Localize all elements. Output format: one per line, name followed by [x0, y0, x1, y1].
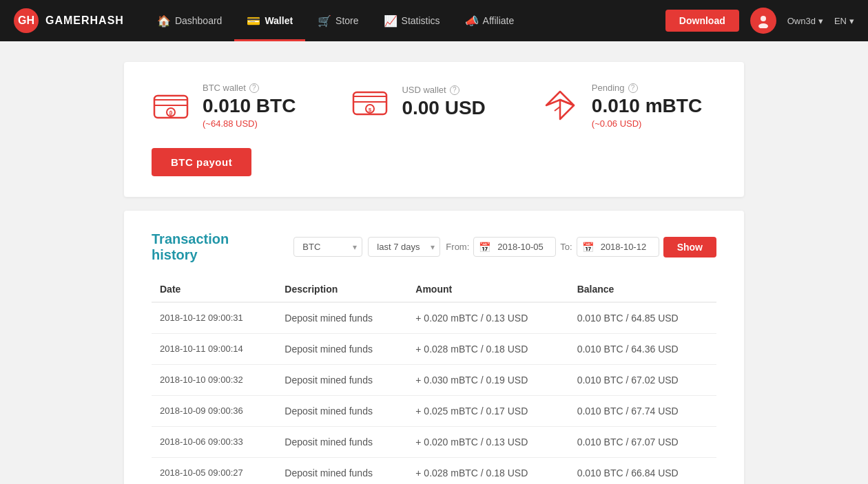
btc-wallet-stat: ₿ BTC wallet ? 0.010 BTC (~64.88 USD)	[152, 83, 296, 129]
nav-item-statistics[interactable]: 📈 Statistics	[371, 0, 453, 41]
svg-point-2	[761, 16, 766, 21]
col-date: Date	[152, 277, 276, 302]
nav-item-wallet[interactable]: 💳 Wallet	[234, 0, 305, 41]
nav-item-store[interactable]: 🛒 Store	[305, 0, 371, 41]
table-row: 2018-10-10 09:00:32 Deposit mined funds …	[152, 364, 716, 395]
transaction-table: Date Description Amount Balance 2018-10-…	[152, 277, 716, 484]
col-balance: Balance	[569, 277, 716, 302]
affiliate-icon: 📣	[465, 14, 479, 28]
currency-select[interactable]: BTC	[293, 237, 362, 257]
btc-wallet-usd: (~64.88 USD)	[203, 118, 296, 129]
col-description: Description	[276, 277, 407, 302]
to-label: To:	[560, 242, 572, 252]
cell-description: Deposit mined funds	[276, 333, 407, 364]
cell-description: Deposit mined funds	[276, 395, 407, 426]
to-date-wrap: 📅	[577, 237, 659, 257]
from-label: From:	[446, 242, 469, 252]
table-body: 2018-10-12 09:00:31 Deposit mined funds …	[152, 302, 716, 484]
cell-date: 2018-10-06 09:00:33	[152, 426, 276, 457]
table-row: 2018-10-09 09:00:36 Deposit mined funds …	[152, 395, 716, 426]
cell-amount: + 0.020 mBTC / 0.13 USD	[407, 302, 568, 334]
period-select-wrap: last 7 days	[368, 237, 440, 257]
tx-title: Transaction history	[152, 231, 276, 263]
brand[interactable]: GH GAMERHASH	[14, 8, 124, 33]
download-button[interactable]: Download	[665, 10, 739, 32]
cell-amount: + 0.020 mBTC / 0.13 USD	[407, 426, 568, 457]
btc-wallet-amount: 0.010 BTC	[203, 96, 296, 117]
wallet-icon: 💳	[247, 14, 260, 28]
wallet-stats: ₿ BTC wallet ? 0.010 BTC (~64.88 USD)	[152, 83, 716, 129]
table-row: 2018-10-05 09:00:27 Deposit mined funds …	[152, 457, 716, 484]
cell-description: Deposit mined funds	[276, 302, 407, 334]
pending-help-icon[interactable]: ?	[628, 83, 638, 93]
usd-wallet-stat: $ USD wallet ? 0.00 USD	[351, 83, 485, 121]
nav-user[interactable]: Own3d ▾	[787, 16, 823, 26]
table-row: 2018-10-12 09:00:31 Deposit mined funds …	[152, 302, 716, 334]
pending-info: Pending ? 0.010 mBTC (~0.06 USD)	[592, 83, 702, 129]
cell-balance: 0.010 BTC / 67.07 USD	[569, 426, 716, 457]
cell-balance: 0.010 BTC / 64.36 USD	[569, 333, 716, 364]
col-amount: Amount	[407, 277, 568, 302]
btc-wallet-icon: ₿	[152, 86, 190, 125]
chevron-down-icon: ▾	[849, 16, 854, 26]
show-button[interactable]: Show	[663, 237, 716, 257]
cell-amount: + 0.030 mBTC / 0.19 USD	[407, 364, 568, 395]
cell-balance: 0.010 BTC / 64.85 USD	[569, 302, 716, 334]
statistics-icon: 📈	[384, 14, 397, 28]
cell-balance: 0.010 BTC / 66.84 USD	[569, 457, 716, 484]
cell-date: 2018-10-09 09:00:36	[152, 395, 276, 426]
usd-help-icon[interactable]: ?	[450, 85, 459, 95]
navbar: GH GAMERHASH 🏠 Dashboard 💳 Wallet 🛒 Stor…	[0, 0, 868, 41]
period-select[interactable]: last 7 days	[368, 237, 440, 257]
transaction-card: Transaction history BTC last 7 days From…	[124, 211, 744, 484]
tx-filter: BTC last 7 days From: 📅 To:	[293, 237, 716, 257]
usd-wallet-info: USD wallet ? 0.00 USD	[402, 85, 485, 119]
nav-right: Download Own3d ▾ EN ▾	[665, 8, 854, 34]
usd-wallet-icon: $	[351, 83, 389, 121]
btc-help-icon[interactable]: ?	[249, 83, 259, 93]
nav-lang[interactable]: EN ▾	[834, 16, 854, 26]
home-icon: 🏠	[157, 14, 171, 28]
main-content: ₿ BTC wallet ? 0.010 BTC (~64.88 USD)	[0, 41, 868, 484]
from-date-wrap: 📅	[473, 237, 556, 257]
btc-wallet-info: BTC wallet ? 0.010 BTC (~64.88 USD)	[203, 83, 296, 129]
svg-rect-5	[154, 100, 187, 105]
pending-label: Pending ?	[592, 83, 702, 93]
pending-amount: 0.010 mBTC	[592, 96, 702, 117]
wallet-card: ₿ BTC wallet ? 0.010 BTC (~64.88 USD)	[124, 62, 744, 197]
pending-stat: Pending ? 0.010 mBTC (~0.06 USD)	[541, 83, 702, 129]
table-row: 2018-10-06 09:00:33 Deposit mined funds …	[152, 426, 716, 457]
svg-text:$: $	[369, 107, 372, 113]
avatar-icon	[756, 13, 771, 28]
nav-item-affiliate[interactable]: 📣 Affiliate	[453, 0, 527, 41]
date-filter: From: 📅 To: 📅 Show	[446, 237, 716, 257]
nav-links: 🏠 Dashboard 💳 Wallet 🛒 Store 📈 Statistic…	[145, 0, 665, 41]
cell-amount: + 0.028 mBTC / 0.18 USD	[407, 333, 568, 364]
btc-payout-button[interactable]: BTC payout	[152, 148, 251, 176]
chevron-down-icon: ▾	[818, 16, 823, 26]
cell-date: 2018-10-10 09:00:32	[152, 364, 276, 395]
table-header: Date Description Amount Balance	[152, 277, 716, 302]
brand-name: GAMERHASH	[45, 14, 124, 27]
pending-usd: (~0.06 USD)	[592, 118, 702, 129]
store-icon: 🛒	[318, 14, 331, 28]
cell-description: Deposit mined funds	[276, 457, 407, 484]
cell-balance: 0.010 BTC / 67.74 USD	[569, 395, 716, 426]
from-date-input[interactable]	[473, 237, 556, 257]
nav-item-dashboard[interactable]: 🏠 Dashboard	[145, 0, 235, 41]
table-row: 2018-10-11 09:00:14 Deposit mined funds …	[152, 333, 716, 364]
avatar	[750, 8, 776, 34]
usd-wallet-label: USD wallet ?	[402, 85, 485, 95]
svg-text:GH: GH	[18, 14, 34, 26]
tx-header: Transaction history BTC last 7 days From…	[152, 231, 716, 263]
to-date-input[interactable]	[577, 237, 659, 257]
pending-icon	[541, 86, 579, 125]
cell-description: Deposit mined funds	[276, 426, 407, 457]
cell-date: 2018-10-11 09:00:14	[152, 333, 276, 364]
svg-rect-9	[353, 96, 386, 102]
currency-select-wrap: BTC	[293, 237, 362, 257]
cell-balance: 0.010 BTC / 67.02 USD	[569, 364, 716, 395]
cell-description: Deposit mined funds	[276, 364, 407, 395]
cell-date: 2018-10-05 09:00:27	[152, 457, 276, 484]
brand-logo-icon: GH	[14, 8, 39, 33]
